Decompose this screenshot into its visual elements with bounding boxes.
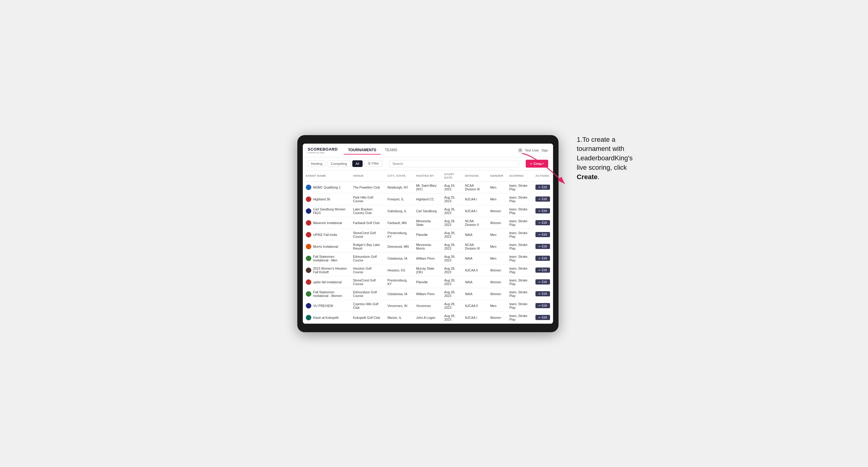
edit-label: Edit	[542, 186, 547, 189]
event-logo	[306, 220, 311, 226]
event-gender: Women	[487, 217, 506, 229]
nav-link-tournaments[interactable]: TOURNAMENTS	[344, 146, 380, 155]
event-scoring: team, Stroke Play	[506, 181, 532, 193]
event-scoring: team, Stroke Play	[506, 229, 532, 241]
event-scoring: team, Stroke Play	[506, 205, 532, 217]
event-venue: StoneCrest Golf Course	[350, 276, 384, 288]
edit-button[interactable]: ✏ Edit	[535, 185, 550, 190]
sign-label[interactable]: Sign	[541, 149, 548, 152]
actions-cell: ✏ Edit	[532, 241, 553, 252]
event-name-cell: VU PREVIEW	[303, 300, 350, 312]
event-logo	[306, 208, 311, 214]
edit-button[interactable]: ✏ Edit	[535, 256, 550, 261]
col-scoring: SCORING	[506, 170, 532, 182]
event-division: NAIA	[462, 252, 487, 264]
tablet-screen: SCOREBOARD Powered by clippr TOURNAMENTS…	[303, 144, 553, 324]
event-date: Aug 28, 2023	[441, 241, 462, 252]
event-city: Faribault, MN	[384, 217, 413, 229]
event-logo	[306, 268, 311, 273]
edit-button[interactable]: ✏ Edit	[535, 291, 550, 297]
table-row: 2023 Women's Hesston Fall Kickoff Hessto…	[303, 264, 553, 276]
edit-button[interactable]: ✏ Edit	[535, 208, 550, 214]
actions-cell: ✏ Edit	[532, 312, 553, 323]
edit-label: Edit	[542, 197, 547, 201]
annotation-line1: 1.To create a	[577, 136, 615, 143]
event-name: Klash at Kokopelli	[313, 316, 338, 319]
edit-icon: ✏	[538, 292, 541, 295]
table-header: EVENT NAME VENUE CITY, STATE HOSTED BY S…	[303, 170, 553, 182]
event-city: Prestonsburg, KY	[384, 229, 413, 241]
event-venue: Cypress Hills Golf Club	[350, 300, 384, 312]
event-logo	[306, 315, 311, 320]
edit-button[interactable]: ✏ Edit	[535, 315, 550, 320]
col-event-name: EVENT NAME	[303, 170, 350, 182]
event-gender: Men	[487, 300, 506, 312]
event-city: Prestonsburg, KY	[384, 276, 413, 288]
all-filter-button[interactable]: All	[352, 160, 363, 167]
event-gender: Men	[487, 229, 506, 241]
competing-filter-button[interactable]: Competing	[328, 160, 350, 167]
event-gender: Men	[487, 252, 506, 264]
edit-label: Edit	[542, 221, 547, 224]
edit-button[interactable]: ✏ Edit	[535, 244, 550, 249]
col-actions: ACTIONS	[532, 170, 553, 182]
annotation-period: .	[597, 173, 599, 181]
edit-button[interactable]: ✏ Edit	[535, 220, 550, 225]
hosting-filter-button[interactable]: Hosting	[308, 160, 326, 167]
event-name: Morris Invitational	[313, 245, 338, 248]
search-input[interactable]	[389, 160, 519, 167]
event-date: Aug 28, 2023	[441, 288, 462, 300]
edit-label: Edit	[542, 233, 547, 236]
edit-button[interactable]: ✏ Edit	[535, 303, 550, 308]
event-date: Aug 26, 2023	[441, 205, 462, 217]
event-gender: Women	[487, 264, 506, 276]
event-scoring: team, Stroke Play	[506, 312, 532, 323]
tablet: SCOREBOARD Powered by clippr TOURNAMENTS…	[297, 135, 559, 332]
annotation-line2: tournament with	[577, 145, 624, 152]
actions-cell: ✏ Edit	[532, 181, 553, 193]
edit-button[interactable]: ✏ Edit	[535, 279, 550, 284]
event-venue: Faribault Golf Club	[350, 217, 384, 229]
event-name: MSMC Qualifying 1	[313, 186, 340, 189]
event-name-cell: Fall Statesmen Invitational - Women	[303, 288, 350, 300]
nav-link-teams[interactable]: TEAMS	[380, 146, 402, 155]
table-row: UPIKE Fall Invite StoneCrest Golf Course…	[303, 229, 553, 241]
event-gender: Women	[487, 276, 506, 288]
event-division: NJCAA I	[462, 205, 487, 217]
actions-cell: ✏ Edit	[532, 300, 553, 312]
actions-cell: ✏ Edit	[532, 217, 553, 229]
event-name-cell: Highland 36	[303, 193, 350, 205]
create-button[interactable]: Create	[526, 160, 548, 167]
event-division: NCAA Division II	[462, 217, 487, 229]
event-name-cell: upike fall invitational	[303, 276, 350, 288]
event-city: Marion, IL	[384, 312, 413, 323]
event-date: Aug 24, 2023	[441, 181, 462, 193]
event-gender: Women	[487, 205, 506, 217]
edit-icon: ✏	[538, 233, 541, 236]
event-date: Aug 28, 2023	[441, 264, 462, 276]
table-row: Fall Statesmen Invitational - Women Edmu…	[303, 288, 553, 300]
edit-icon: ✏	[538, 281, 541, 284]
event-venue: The Powelton Club	[350, 181, 384, 193]
event-name-cell: UPIKE Fall Invite	[303, 229, 350, 241]
event-date: Aug 28, 2023	[441, 229, 462, 241]
edit-button[interactable]: ✏ Edit	[535, 268, 550, 273]
filter-button[interactable]: ☰ Filter	[365, 160, 383, 167]
event-gender: Men	[487, 193, 506, 205]
gear-icon[interactable]: ⚙	[518, 148, 523, 153]
event-date: Aug 28, 2023	[441, 217, 462, 229]
edit-icon: ✏	[538, 269, 541, 272]
filter-icon: ☰	[368, 161, 372, 165]
event-logo	[306, 279, 311, 285]
event-name: Fall Statesmen Invitational - Women	[313, 290, 347, 298]
event-city: Freeport, IL	[384, 193, 413, 205]
event-logo	[306, 185, 311, 190]
toolbar: Hosting Competing All ☰ Filter Create	[303, 157, 553, 170]
event-scoring: team, Stroke Play	[506, 217, 532, 229]
edit-button[interactable]: ✏ Edit	[535, 232, 550, 237]
edit-button[interactable]: ✏ Edit	[535, 196, 550, 201]
edit-label: Edit	[542, 304, 547, 307]
edit-icon: ✏	[538, 198, 541, 201]
event-name: VU PREVIEW	[313, 304, 333, 308]
edit-icon: ✏	[538, 316, 541, 319]
